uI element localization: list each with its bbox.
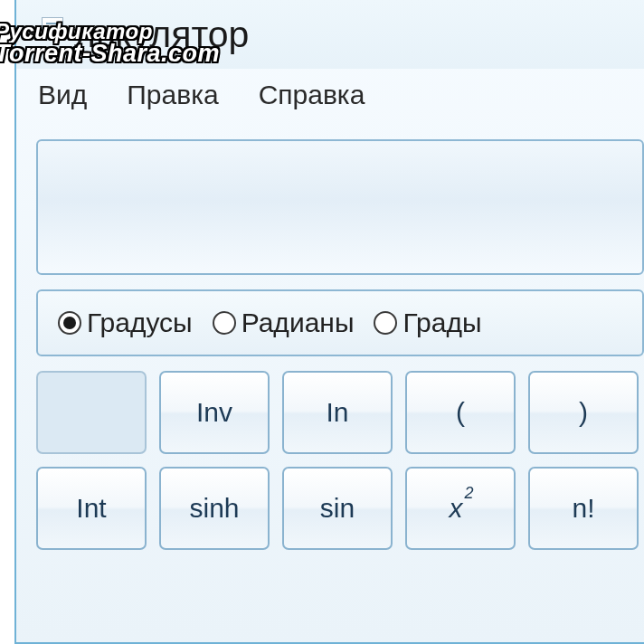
menu-view[interactable]: Вид: [38, 80, 87, 110]
radio-radians[interactable]: Радианы: [213, 308, 355, 338]
button-factorial[interactable]: n!: [528, 467, 639, 550]
menu-help[interactable]: Справка: [259, 80, 365, 110]
menubar: Вид Правка Справка: [16, 69, 644, 121]
button-sinh[interactable]: sinh: [159, 467, 270, 550]
calculator-window: лькулятор Вид Правка Справка Градусы Рад…: [14, 0, 644, 644]
radio-dot-icon: [213, 311, 236, 335]
radio-grads[interactable]: Грады: [374, 308, 481, 338]
button-x-squared[interactable]: x2: [405, 467, 516, 550]
radio-degrees[interactable]: Градусы: [58, 308, 193, 338]
keypad: Inv In ( ) Int sinh sin x2 n!: [36, 371, 644, 550]
display: [36, 139, 644, 275]
angle-mode-group: Градусы Радианы Грады: [36, 289, 644, 356]
x-squared-base: x: [449, 493, 462, 523]
menu-edit[interactable]: Правка: [127, 80, 218, 110]
radio-dot-icon: [58, 311, 81, 335]
radio-dot-icon: [374, 311, 397, 335]
button-inv[interactable]: Inv: [159, 371, 270, 454]
watermark: Русификатор Torrent-Shara.com: [0, 22, 220, 65]
radio-degrees-label: Градусы: [87, 308, 193, 338]
radio-radians-label: Радианы: [242, 308, 355, 338]
client-area: Градусы Радианы Грады Inv In ( ) Int sin: [25, 128, 644, 561]
x-squared-exp: 2: [464, 484, 473, 502]
button-close-paren[interactable]: ): [528, 371, 639, 454]
button-int[interactable]: Int: [36, 467, 147, 550]
button-blank[interactable]: [36, 371, 147, 454]
watermark-line2: Torrent-Shara.com: [0, 43, 220, 66]
button-open-paren[interactable]: (: [405, 371, 516, 454]
button-sin[interactable]: sin: [282, 467, 393, 550]
radio-grads-label: Грады: [402, 308, 481, 338]
button-ln[interactable]: In: [282, 371, 393, 454]
